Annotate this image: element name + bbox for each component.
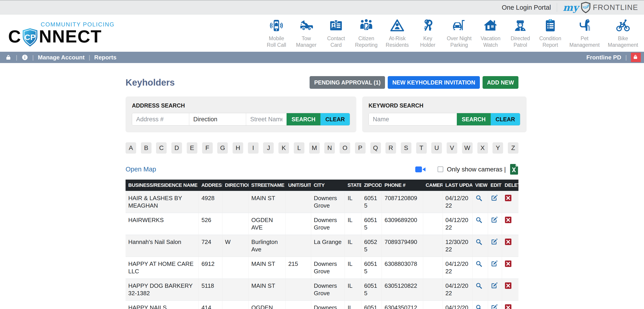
- module-key-holder[interactable]: KeyHolder: [417, 18, 438, 48]
- alphabet-L[interactable]: L: [294, 142, 304, 154]
- table-row: HAIRWERKS526OGDEN AVEDowners GroveIL6051…: [126, 213, 518, 235]
- direction-select[interactable]: Direction: [189, 113, 246, 125]
- module-label: DirectedPatrol: [510, 35, 530, 48]
- alphabet-M[interactable]: M: [309, 142, 320, 154]
- logout-button[interactable]: [631, 53, 641, 62]
- cell-streetname: MAIN ST: [248, 257, 286, 279]
- one-login-portal-link[interactable]: One Login Portal: [502, 4, 551, 11]
- alphabet-J[interactable]: J: [263, 142, 274, 154]
- edit-icon[interactable]: [491, 238, 498, 245]
- pending-approval-button[interactable]: PENDING APPROVAL (1): [310, 76, 385, 89]
- alphabet-K[interactable]: K: [278, 142, 289, 154]
- alphabet-Z[interactable]: Z: [508, 142, 518, 154]
- module-tow-manager[interactable]: TowManager: [295, 18, 317, 48]
- delete-icon[interactable]: [505, 238, 512, 245]
- delete-icon[interactable]: [505, 194, 512, 202]
- alphabet-Q[interactable]: Q: [370, 142, 381, 154]
- alphabet-N[interactable]: N: [324, 142, 335, 154]
- view-icon[interactable]: [475, 260, 482, 267]
- address-search-button[interactable]: SEARCH: [286, 113, 320, 125]
- nav-manage-account[interactable]: Manage Account: [38, 54, 85, 61]
- module-pet-management[interactable]: PetManagement: [570, 18, 600, 48]
- alphabet-E[interactable]: E: [187, 142, 197, 154]
- cell-direction: [222, 301, 248, 309]
- cell-phone: 6304350712: [382, 301, 423, 309]
- keyword-clear-button[interactable]: CLEAR: [491, 113, 520, 125]
- new-keyholder-invitation-button[interactable]: NEW KEYHOLDER INVITATION: [388, 76, 480, 89]
- cell-zipcode: 60515: [361, 279, 382, 301]
- bike-management-icon: [616, 18, 630, 33]
- edit-icon[interactable]: [491, 260, 498, 267]
- delete-icon[interactable]: [505, 304, 512, 309]
- module-contact-card[interactable]: ContactCard: [325, 18, 347, 48]
- nav-separator: |: [16, 54, 18, 61]
- alphabet-A[interactable]: A: [126, 142, 136, 154]
- open-map-link[interactable]: Open Map: [126, 166, 156, 173]
- alphabet-H[interactable]: H: [232, 142, 243, 154]
- alphabet-O[interactable]: O: [340, 142, 350, 154]
- alphabet-X[interactable]: X: [477, 142, 488, 154]
- only-show-cameras-checkbox[interactable]: [438, 166, 443, 172]
- view-icon[interactable]: [475, 194, 482, 202]
- edit-icon[interactable]: [491, 282, 498, 289]
- alphabet-Y[interactable]: Y: [492, 142, 503, 154]
- edit-icon[interactable]: [491, 194, 498, 202]
- nav-reports[interactable]: Reports: [94, 54, 116, 61]
- module-label: Over NightParking: [447, 35, 472, 48]
- module-bike-management[interactable]: BikeManagement: [608, 18, 638, 48]
- alphabet-U[interactable]: U: [431, 142, 442, 154]
- edit-icon[interactable]: [491, 304, 498, 309]
- alphabet-F[interactable]: F: [202, 142, 213, 154]
- module-citizen-reporting[interactable]: CitizenReporting: [355, 18, 378, 48]
- module-condition-report[interactable]: ConditionReport: [539, 18, 561, 48]
- alphabet-G[interactable]: G: [217, 142, 228, 154]
- alphabet-R[interactable]: R: [386, 142, 396, 154]
- cell-edit: [488, 279, 502, 301]
- view-icon[interactable]: [475, 216, 482, 224]
- excel-export-icon[interactable]: [510, 164, 518, 174]
- alphabet-D[interactable]: D: [172, 142, 182, 154]
- cell-unit-suite: [286, 235, 311, 257]
- alphabet-C[interactable]: C: [156, 142, 167, 154]
- street-name-input[interactable]: [246, 113, 286, 125]
- keyword-name-input[interactable]: [369, 113, 457, 125]
- lock-icon[interactable]: [5, 54, 12, 61]
- view-icon[interactable]: [475, 238, 482, 245]
- delete-icon[interactable]: [505, 282, 512, 289]
- col-unit-suite: UNIT/SUITE: [286, 180, 311, 191]
- edit-icon[interactable]: [491, 216, 498, 224]
- cell-phone: 6308803078: [382, 257, 423, 279]
- address-number-input[interactable]: [132, 113, 189, 125]
- alphabet-I[interactable]: I: [248, 142, 258, 154]
- delete-icon[interactable]: [505, 216, 512, 224]
- module-vacation-watch[interactable]: VacationWatch: [480, 18, 501, 48]
- keyholders-table-body: HAIR & LASHES BY MEAGHAN4928MAIN STDowne…: [126, 191, 518, 309]
- address-search-panel: ADDRESS SEARCH Direction SEARCH CLEAR: [126, 96, 356, 132]
- module-mobile-roll-call[interactable]: MobileRoll Call: [266, 18, 287, 48]
- alphabet-W[interactable]: W: [462, 142, 472, 154]
- cell-delete: [502, 279, 518, 301]
- alphabet-T[interactable]: T: [416, 142, 427, 154]
- view-icon[interactable]: [475, 304, 482, 309]
- alphabet-P[interactable]: P: [355, 142, 366, 154]
- cell-phone: 6309689200: [382, 213, 423, 235]
- delete-icon[interactable]: [505, 260, 512, 267]
- address-clear-button[interactable]: CLEAR: [320, 113, 350, 125]
- module-directed-patrol[interactable]: DirectedPatrol: [510, 18, 531, 48]
- info-icon[interactable]: [22, 54, 28, 61]
- alphabet-S[interactable]: S: [401, 142, 412, 154]
- col-camera: CAMERA: [423, 180, 442, 191]
- pet-management-icon: [577, 18, 592, 33]
- citizen-reporting-icon: [359, 18, 374, 33]
- alphabet-V[interactable]: V: [447, 142, 457, 154]
- cell-view: [472, 257, 488, 279]
- alphabet-B[interactable]: B: [141, 142, 152, 154]
- keyword-search-button[interactable]: SEARCH: [457, 113, 491, 125]
- cell-state: IL: [345, 191, 361, 213]
- cell-zipcode: 60515: [361, 301, 382, 309]
- add-new-button[interactable]: ADD NEW: [482, 76, 518, 89]
- view-icon[interactable]: [475, 282, 482, 289]
- module-over-night-parking[interactable]: Over NightParking: [447, 18, 472, 48]
- cell-edit: [488, 213, 502, 235]
- module-at-risk-residents[interactable]: At-RiskResidents: [386, 18, 409, 48]
